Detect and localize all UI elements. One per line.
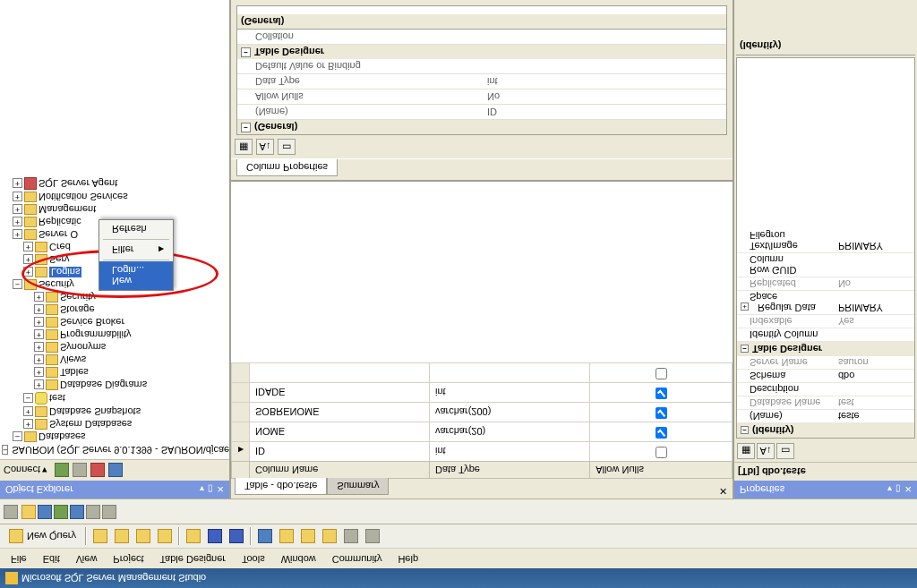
prop-value[interactable] xyxy=(835,253,914,277)
cell-data-type[interactable]: int xyxy=(429,442,589,462)
prop-value[interactable]: teste xyxy=(835,410,914,422)
panel-dropdown-icon[interactable]: ▾ xyxy=(200,485,204,495)
collapse-icon[interactable]: − xyxy=(241,123,251,132)
cell-allow-nulls[interactable] xyxy=(590,442,733,462)
empty-cell[interactable] xyxy=(250,363,430,383)
menu-item-refresh[interactable]: Refresh xyxy=(99,220,173,238)
db-security-node[interactable]: +Security xyxy=(2,291,227,303)
td-btn-6[interactable] xyxy=(86,504,100,520)
toolbar-btn-1[interactable] xyxy=(90,526,110,546)
expander-icon[interactable]: − xyxy=(2,446,8,456)
col-header-nulls[interactable]: Allow Nulls xyxy=(590,462,733,479)
menu-help[interactable]: Help xyxy=(390,550,425,567)
expander-icon[interactable]: + xyxy=(34,368,44,378)
categorized-button[interactable]: ▦ xyxy=(235,140,253,156)
column-prop-grid[interactable]: −(General) (Name)IDAllow NullsNoData Typ… xyxy=(236,5,727,136)
alphabetical-button[interactable]: A↓ xyxy=(757,443,775,459)
tab-column-properties[interactable]: Column Properties xyxy=(236,160,338,177)
allow-nulls-checkbox[interactable] xyxy=(656,368,667,379)
toolbar-btn-7[interactable] xyxy=(298,526,318,546)
prop-value[interactable]: No xyxy=(482,90,726,105)
menu-item-new-login[interactable]: New Login... xyxy=(99,261,173,290)
filter-icon[interactable] xyxy=(108,464,123,478)
expander-icon[interactable]: + xyxy=(23,407,33,417)
management-node[interactable]: +Management xyxy=(2,203,227,216)
cell-column-name[interactable]: NOME xyxy=(250,422,430,442)
sql-agent-node[interactable]: +SQL Server Agent xyxy=(2,176,227,191)
save-button[interactable] xyxy=(205,526,225,546)
expander-icon[interactable]: + xyxy=(13,192,22,202)
cell-allow-nulls[interactable] xyxy=(590,383,733,403)
toolbar-btn-6[interactable] xyxy=(277,526,296,546)
row-header[interactable] xyxy=(232,383,250,403)
cell-allow-nulls[interactable] xyxy=(590,403,733,422)
cell-data-type[interactable]: int xyxy=(429,383,589,403)
open-button[interactable] xyxy=(184,526,203,546)
expander-icon[interactable]: − xyxy=(13,280,22,290)
expander-icon[interactable]: + xyxy=(34,380,44,390)
cell-data-type[interactable]: varchar(20) xyxy=(429,422,589,442)
panel-dropdown-icon[interactable]: ▾ xyxy=(887,485,892,495)
table-row[interactable]: ID int xyxy=(232,442,733,462)
connect-icon[interactable] xyxy=(55,464,69,478)
stop-icon[interactable] xyxy=(90,464,105,478)
expander-icon[interactable]: + xyxy=(34,343,44,353)
toolbar-btn-10[interactable] xyxy=(363,526,382,546)
prop-value[interactable]: dbo xyxy=(835,370,914,382)
prop-row[interactable]: Text/Image FilegrouPRIMARY xyxy=(737,229,914,253)
user-db-node[interactable]: −test xyxy=(2,391,227,405)
prop-value[interactable] xyxy=(482,30,726,45)
menu-project[interactable]: Project xyxy=(106,550,150,567)
row-header[interactable] xyxy=(232,403,250,422)
prop-row[interactable]: Collation xyxy=(237,30,726,46)
expander-icon[interactable]: + xyxy=(34,318,44,328)
allow-nulls-checkbox[interactable] xyxy=(656,427,667,439)
toolbar-btn-4[interactable] xyxy=(155,526,175,546)
collapse-icon[interactable]: − xyxy=(241,47,251,57)
menu-view[interactable]: View xyxy=(69,550,105,567)
identity-section[interactable]: −(Identity) xyxy=(737,423,914,438)
toolbar-btn-3[interactable] xyxy=(133,526,153,546)
prop-row[interactable]: (Name)teste xyxy=(737,410,914,423)
expander-icon[interactable]: + xyxy=(13,217,22,227)
col-header-type[interactable]: Data Type xyxy=(429,462,589,479)
prop-row[interactable]: Server Namesauron xyxy=(737,356,914,370)
prop-row[interactable]: Allow NullsNo xyxy=(237,90,726,106)
panel-pin-icon[interactable]: ▯ xyxy=(208,485,213,495)
categorized-button[interactable]: ▦ xyxy=(737,443,755,459)
panel-pin-icon[interactable]: ▯ xyxy=(896,485,901,495)
prop-value[interactable] xyxy=(835,383,914,396)
allow-nulls-checkbox[interactable] xyxy=(656,388,667,399)
expander-icon[interactable]: + xyxy=(23,255,33,265)
prop-row[interactable]: Identity Column xyxy=(737,328,914,342)
td-section[interactable]: −Table Designer xyxy=(737,342,914,356)
cell-column-name[interactable]: ID xyxy=(250,442,430,462)
prop-pages-button[interactable]: ▭ xyxy=(776,443,794,459)
td-btn-3[interactable] xyxy=(38,504,52,520)
row-header[interactable] xyxy=(232,422,250,442)
expander-icon[interactable]: + xyxy=(23,420,33,430)
prop-row[interactable]: Row GUID Column xyxy=(737,253,914,277)
new-query-button[interactable]: New Query xyxy=(4,527,81,545)
toolbar-btn-8[interactable] xyxy=(320,526,339,546)
td-btn-4[interactable] xyxy=(54,504,68,520)
panel-close-icon[interactable]: ✕ xyxy=(217,485,224,495)
database-snapshots-node[interactable]: +Database Snapshots xyxy=(2,405,227,418)
alphabetical-button[interactable]: A↓ xyxy=(256,140,274,156)
col-header-name[interactable]: Column Name xyxy=(250,462,430,479)
expander-icon[interactable]: + xyxy=(34,293,44,303)
menu-window[interactable]: Window xyxy=(274,550,323,567)
toolbar-btn-5[interactable] xyxy=(255,526,275,546)
close-tab-icon[interactable]: ✕ xyxy=(719,485,727,497)
prop-value[interactable]: PRIMARY xyxy=(835,291,914,314)
expander-icon[interactable]: + xyxy=(34,305,44,315)
prop-value[interactable]: sauron xyxy=(835,356,914,369)
properties-grid[interactable]: −(Identity) (Name)testeDatabase Nametest… xyxy=(736,57,915,439)
menu-community[interactable]: Community xyxy=(325,550,390,567)
cell-column-name[interactable]: IDADE xyxy=(250,383,430,403)
synonyms-node[interactable]: +Synonyms xyxy=(2,341,227,354)
tab-summary[interactable]: Summary xyxy=(327,478,389,495)
service-broker-node[interactable]: +Service Broker xyxy=(2,316,227,328)
toolbar-btn-9[interactable] xyxy=(341,526,361,546)
expander-icon[interactable]: + xyxy=(13,205,22,215)
